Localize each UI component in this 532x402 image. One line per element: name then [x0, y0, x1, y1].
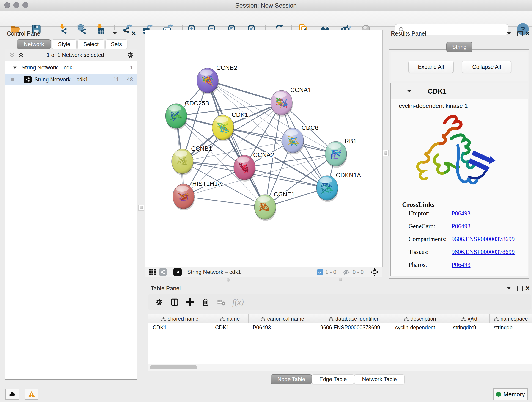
- import-network-database-icon[interactable]: [76, 24, 87, 34]
- scrollbar-thumb[interactable]: [150, 365, 197, 370]
- selected-checkbox-icon[interactable]: [317, 269, 323, 275]
- column-header-4[interactable]: description: [391, 314, 449, 324]
- crosslink-label: Pharos:: [409, 261, 452, 268]
- expand-all-icon[interactable]: [17, 52, 24, 58]
- status-separator: [367, 269, 367, 275]
- collapse-all-button[interactable]: Collapse All: [462, 61, 511, 73]
- table-cell[interactable]: CDK1: [148, 325, 211, 331]
- crosslink-row: Compartments:9606.ENSP00000378699: [409, 236, 523, 243]
- column-header-2[interactable]: canonical name: [249, 314, 316, 324]
- control-panel-close-icon[interactable]: ✕: [131, 30, 136, 37]
- table-header-row: shared namenamecanonical namedatabase id…: [148, 313, 532, 324]
- table-panel-float-icon[interactable]: [517, 286, 523, 291]
- node-label-CCNA1: CCNA1: [290, 87, 311, 94]
- right-splitter-handle[interactable]: [383, 150, 389, 156]
- fit-selection-crosshair-icon[interactable]: [370, 268, 379, 276]
- collapse-all-icon[interactable]: [9, 52, 16, 58]
- crosslink-link[interactable]: P06493: [452, 261, 471, 268]
- node-CCNB1[interactable]: CCNB1: [172, 145, 212, 175]
- cloud-button[interactable]: [5, 389, 19, 400]
- table-cell[interactable]: stringdb:9...: [449, 325, 490, 331]
- tab-node-table[interactable]: Node Table: [271, 375, 312, 384]
- node-HIST1H1A[interactable]: HIST1H1A: [173, 180, 222, 211]
- table-panel-menu-icon[interactable]: [507, 287, 511, 289]
- table-row[interactable]: CDK1CDK1P064939606.ENSP00000378699cyclin…: [148, 323, 532, 332]
- node-CCNE1[interactable]: CCNE1: [254, 191, 295, 221]
- column-header-label: description: [411, 316, 436, 322]
- node-CDKN1A[interactable]: CDKN1A: [317, 172, 361, 202]
- warning-button[interactable]: [25, 389, 38, 400]
- node-label-CCNA2: CCNA2: [253, 152, 274, 158]
- gene-section-expander-icon[interactable]: [407, 90, 411, 92]
- column-header-3[interactable]: database identifier: [316, 314, 391, 324]
- hidden-eye-icon[interactable]: [343, 268, 350, 276]
- results-panel-float-icon[interactable]: [517, 31, 523, 36]
- table-cell[interactable]: P06493: [249, 325, 316, 331]
- network-node-count: 11: [113, 76, 119, 83]
- tab-style[interactable]: Style: [52, 39, 76, 49]
- edge-CCNB2-CCNE1[interactable]: [208, 80, 265, 207]
- node-CDC6[interactable]: CDC6: [282, 124, 318, 154]
- tab-network-table[interactable]: Network Table: [354, 375, 405, 384]
- cytoscape-window: Session: New Session ? Control Panel: [0, 0, 532, 402]
- column-header-6[interactable]: namespace: [490, 314, 532, 324]
- collection-expander-icon[interactable]: [13, 66, 17, 69]
- tab-select[interactable]: Select: [77, 39, 104, 49]
- node-CCNB2[interactable]: CCNB2: [197, 64, 237, 95]
- column-header-1[interactable]: name: [211, 314, 249, 324]
- column-header-0[interactable]: shared name: [148, 314, 211, 324]
- column-type-icon: [161, 317, 166, 321]
- status-separator: [314, 269, 314, 275]
- crosslink-label: Uniprot:: [409, 210, 452, 217]
- share-view-icon[interactable]: [159, 268, 167, 276]
- import-table-file-icon[interactable]: [95, 24, 105, 34]
- table-cell[interactable]: cyclin-dependent ...: [391, 325, 449, 331]
- edge-HIST1H1A-CCNE1[interactable]: [184, 196, 265, 207]
- expand-all-button[interactable]: Expand All: [408, 61, 454, 73]
- gear-icon[interactable]: [127, 51, 134, 59]
- tab-string[interactable]: String: [446, 42, 472, 52]
- node-CCNA1[interactable]: CCNA1: [271, 87, 311, 117]
- crosslink-link[interactable]: 9606.ENSP00000378699: [452, 249, 515, 255]
- import-network-file-icon[interactable]: [57, 24, 68, 34]
- bottom-splitter-dot[interactable]: [227, 278, 230, 282]
- table-cell[interactable]: stringdb: [490, 325, 532, 331]
- network-graph[interactable]: CCNB2CCNA1CDC25BCDK1CDC6RB1CCNB1CCNA2CDK…: [145, 30, 382, 268]
- control-panel-float-icon[interactable]: [124, 31, 129, 36]
- function-builder-icon: f(x): [232, 297, 244, 307]
- tab-edge-table[interactable]: Edge Table: [312, 375, 354, 384]
- table-horizontal-scrollbar[interactable]: [148, 364, 532, 371]
- edge-CDK1-RB1[interactable]: [223, 128, 336, 154]
- column-header-5[interactable]: @id: [449, 314, 490, 324]
- table-cell[interactable]: 9606.ENSP00000378699: [316, 325, 391, 331]
- delete-column-icon[interactable]: [201, 298, 210, 307]
- memory-button[interactable]: Memory: [493, 388, 528, 400]
- birds-eye-view-icon[interactable]: [173, 268, 182, 276]
- collection-label: String Network – cdk1: [22, 64, 75, 71]
- column-header-label: canonical name: [267, 316, 304, 322]
- tab-sets[interactable]: Sets: [105, 39, 127, 49]
- tab-network[interactable]: Network: [17, 39, 51, 49]
- table-panel-close-icon[interactable]: ✕: [525, 285, 530, 292]
- show-columns-icon[interactable]: [170, 298, 179, 307]
- left-splitter-handle[interactable]: [138, 205, 144, 211]
- node-CDK1[interactable]: CDK1: [212, 111, 248, 141]
- gene-section-header[interactable]: CDK1: [391, 83, 528, 99]
- node-label-CCNE1: CCNE1: [274, 191, 295, 198]
- results-panel-close-icon[interactable]: ✕: [525, 30, 530, 37]
- grid-view-icon[interactable]: [148, 268, 156, 276]
- bottom-splitter-handle[interactable]: [339, 278, 342, 281]
- crosslink-link[interactable]: P06493: [452, 210, 471, 217]
- crosslink-link[interactable]: P06493: [452, 223, 471, 230]
- delete-table-icon: [217, 298, 226, 307]
- network-row-selected[interactable]: String Network – cdk1 11 48: [6, 74, 137, 85]
- add-column-icon[interactable]: [186, 298, 195, 307]
- node-RB1[interactable]: RB1: [325, 138, 357, 168]
- control-panel-menu-icon[interactable]: [113, 32, 117, 35]
- network-collection-row[interactable]: String Network – cdk1 1: [6, 62, 137, 74]
- results-panel-menu-icon[interactable]: [507, 32, 511, 35]
- table-gear-icon[interactable]: [155, 298, 164, 306]
- table-cell[interactable]: CDK1: [211, 325, 249, 331]
- crosslink-link[interactable]: 9606.ENSP00000378699: [452, 236, 515, 243]
- network-canvas[interactable]: CCNB2CCNA1CDC25BCDK1CDC6RB1CCNB1CCNA2CDK…: [145, 30, 383, 268]
